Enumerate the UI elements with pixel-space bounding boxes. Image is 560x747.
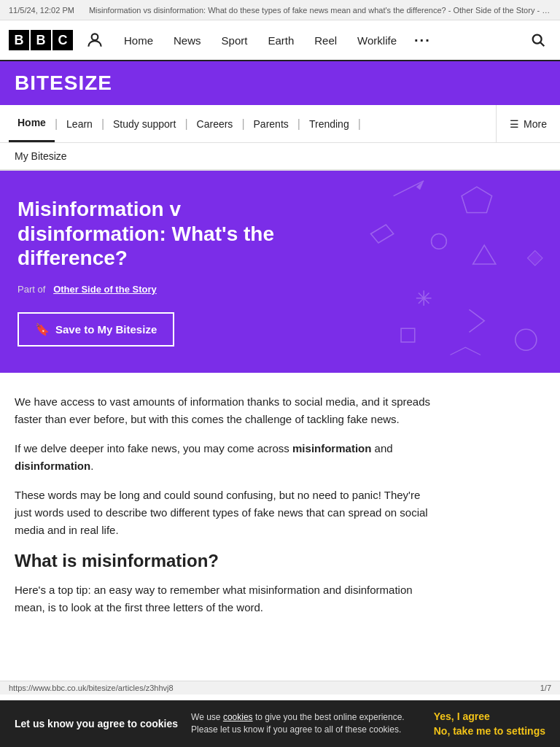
nav-reel[interactable]: Reel	[304, 20, 347, 61]
content-para4: Here's a top tip: an easy way to remembe…	[15, 581, 438, 616]
subnav-learn[interactable]: Learn	[58, 107, 101, 142]
content-para1: We have access to vast amounts of inform…	[15, 393, 438, 428]
save-to-bitesize-button[interactable]: 🔖 Save to My Bitesize	[18, 312, 174, 347]
content-misinformation-bold: misinformation	[292, 442, 371, 454]
hero-title: Misinformation v disinformation: What's …	[18, 197, 295, 271]
hero-section: Misinformation v disinformation: What's …	[0, 171, 560, 373]
content-para2-suffix: .	[90, 460, 93, 472]
hamburger-icon: ☰	[510, 118, 519, 130]
top-nav: B B C Home News Sport Earth Reel Worklif…	[0, 20, 560, 61]
bbc-logo-c: C	[52, 30, 73, 50]
svg-line-4	[394, 181, 424, 196]
svg-point-14	[516, 329, 537, 350]
svg-point-0	[92, 34, 98, 40]
save-btn-label: Save to My Bitesize	[55, 323, 157, 336]
part-of-label: Part of	[18, 284, 45, 295]
nav-home[interactable]: Home	[114, 20, 163, 61]
part-of-link[interactable]: Other Side of the Story	[53, 284, 157, 295]
svg-marker-3	[462, 187, 492, 212]
subnav-more-label: More	[524, 118, 547, 130]
subnav-trending[interactable]: Trending	[300, 107, 358, 142]
bbc-logo[interactable]: B B C	[9, 30, 73, 50]
browser-bar: 11/5/24, 12:02 PM Misinformation vs disi…	[0, 0, 560, 20]
nav-news[interactable]: News	[163, 20, 211, 61]
svg-marker-7	[473, 245, 496, 264]
content-para2-prefix: If we delve deeper into fake news, you m…	[15, 442, 292, 454]
svg-rect-8	[527, 250, 542, 266]
svg-line-2	[540, 42, 544, 46]
content-para2: If we delve deeper into fake news, you m…	[15, 440, 438, 475]
search-button[interactable]	[525, 27, 551, 53]
article-content: We have access to vast amounts of inform…	[0, 373, 452, 643]
nav-worklife[interactable]: Worklife	[347, 20, 407, 61]
subnav-careers[interactable]: Careers	[188, 107, 242, 142]
nav-links: Home News Sport Earth Reel Worklife ···	[114, 20, 522, 61]
svg-point-1	[533, 35, 542, 44]
content-para2-mid: and	[371, 442, 392, 454]
nav-earth[interactable]: Earth	[257, 20, 304, 61]
subnav-more-button[interactable]: ☰ More	[496, 105, 560, 142]
content-section-heading: What is misinformation?	[15, 551, 438, 571]
nav-sport[interactable]: Sport	[211, 20, 258, 61]
subnav-parents[interactable]: Parents	[245, 107, 298, 142]
bitesize-header: BITESIZE	[0, 61, 560, 105]
bbc-logo-b1: B	[9, 30, 29, 50]
hero-part-of: Part of Other Side of the Story	[18, 284, 542, 295]
svg-rect-13	[401, 328, 415, 342]
subnav-home[interactable]: Home	[9, 105, 55, 142]
profile-icon[interactable]	[83, 28, 106, 52]
content-para3: These words may be long and could sound …	[15, 487, 438, 539]
browser-datetime: 11/5/24, 12:02 PM	[9, 6, 74, 15]
bbc-logo-b2: B	[31, 30, 51, 50]
bitesize-subnav: Home | Learn | Study support | Careers |…	[0, 105, 560, 143]
subnav-study-support[interactable]: Study support	[104, 107, 184, 142]
content-disinformation-bold: disinformation	[15, 460, 90, 472]
bitesize-brand: BITESIZE	[15, 71, 545, 95]
subnav-sep6: |	[358, 117, 361, 131]
bookmark-icon: 🔖	[35, 322, 50, 336]
svg-point-6	[432, 233, 447, 249]
my-bitesize-link[interactable]: My Bitesize	[0, 143, 560, 171]
svg-marker-15	[371, 225, 394, 243]
svg-marker-5	[416, 181, 424, 190]
nav-more-dots[interactable]: ···	[407, 20, 438, 61]
browser-tab-title: Misinformation vs disinformation: What d…	[89, 6, 551, 15]
subnav-links: Home | Learn | Study support | Careers |…	[9, 105, 496, 142]
